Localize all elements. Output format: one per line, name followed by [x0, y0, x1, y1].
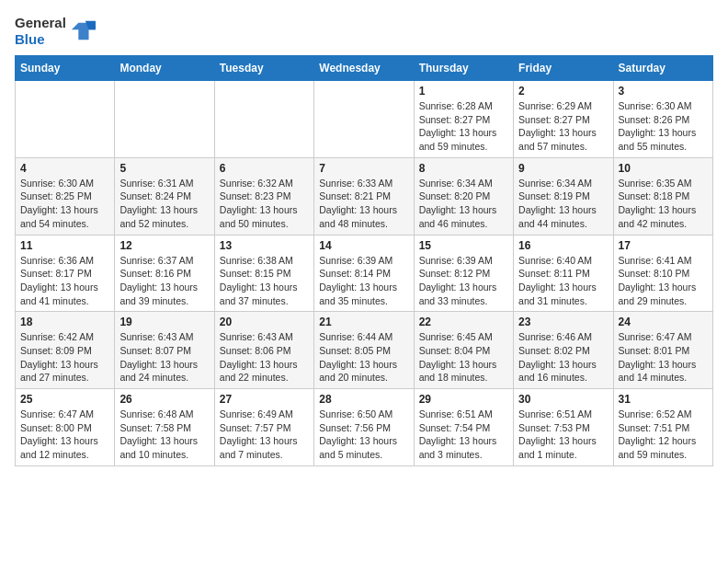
- day-number: 13: [220, 239, 309, 252]
- day-info: Sunrise: 6:48 AM Sunset: 7:58 PM Dayligh…: [119, 408, 209, 462]
- day-info: Sunrise: 6:43 AM Sunset: 8:06 PM Dayligh…: [220, 330, 309, 385]
- calendar-cell: 2Sunrise: 6:29 AM Sunset: 8:27 PM Daylig…: [514, 81, 613, 158]
- day-info: Sunrise: 6:39 AM Sunset: 8:14 PM Dayligh…: [319, 254, 408, 308]
- day-info: Sunrise: 6:28 AM Sunset: 8:27 PM Dayligh…: [419, 99, 508, 154]
- day-info: Sunrise: 6:29 AM Sunset: 8:27 PM Dayligh…: [518, 99, 608, 154]
- day-number: 6: [220, 162, 309, 175]
- day-info: Sunrise: 6:40 AM Sunset: 8:11 PM Dayligh…: [518, 254, 608, 308]
- calendar-cell: 14Sunrise: 6:39 AM Sunset: 8:14 PM Dayli…: [314, 235, 414, 312]
- day-number: 30: [518, 393, 608, 406]
- day-number: 1: [419, 85, 508, 98]
- weekday-header-friday: Friday: [514, 56, 613, 81]
- logo-general: General: [15, 15, 66, 30]
- calendar-cell: 15Sunrise: 6:39 AM Sunset: 8:12 PM Dayli…: [414, 235, 513, 312]
- page-header: General Blue: [15, 15, 713, 48]
- calendar-week-row: 25Sunrise: 6:47 AM Sunset: 8:00 PM Dayli…: [16, 389, 713, 466]
- calendar-cell: 24Sunrise: 6:47 AM Sunset: 8:01 PM Dayli…: [613, 312, 712, 389]
- calendar-week-row: 18Sunrise: 6:42 AM Sunset: 8:09 PM Dayli…: [16, 312, 713, 389]
- calendar-cell: 8Sunrise: 6:34 AM Sunset: 8:20 PM Daylig…: [414, 157, 513, 235]
- day-info: Sunrise: 6:47 AM Sunset: 8:01 PM Dayligh…: [619, 330, 708, 385]
- calendar-cell: 31Sunrise: 6:52 AM Sunset: 7:51 PM Dayli…: [613, 389, 712, 466]
- day-number: 28: [319, 393, 408, 406]
- calendar-cell: 4Sunrise: 6:30 AM Sunset: 8:25 PM Daylig…: [16, 157, 115, 235]
- calendar-cell: 26Sunrise: 6:48 AM Sunset: 7:58 PM Dayli…: [115, 389, 214, 466]
- day-info: Sunrise: 6:30 AM Sunset: 8:25 PM Dayligh…: [20, 177, 109, 231]
- day-info: Sunrise: 6:47 AM Sunset: 8:00 PM Dayligh…: [20, 408, 109, 462]
- calendar-cell: 17Sunrise: 6:41 AM Sunset: 8:10 PM Dayli…: [613, 235, 712, 312]
- day-info: Sunrise: 6:38 AM Sunset: 8:15 PM Dayligh…: [220, 254, 309, 308]
- day-info: Sunrise: 6:51 AM Sunset: 7:54 PM Dayligh…: [419, 408, 508, 462]
- calendar-cell: 19Sunrise: 6:43 AM Sunset: 8:07 PM Dayli…: [115, 312, 214, 389]
- day-info: Sunrise: 6:36 AM Sunset: 8:17 PM Dayligh…: [20, 254, 109, 308]
- calendar-cell: 16Sunrise: 6:40 AM Sunset: 8:11 PM Dayli…: [514, 235, 613, 312]
- day-info: Sunrise: 6:35 AM Sunset: 8:18 PM Dayligh…: [619, 177, 708, 231]
- logo-blue: Blue: [15, 31, 45, 47]
- day-number: 26: [119, 393, 209, 406]
- day-number: 27: [220, 393, 309, 406]
- weekday-header-saturday: Saturday: [613, 56, 712, 81]
- logo-text: General Blue: [15, 15, 66, 48]
- weekday-header-monday: Monday: [115, 56, 214, 81]
- day-number: 15: [419, 239, 508, 252]
- day-number: 9: [518, 162, 608, 175]
- day-info: Sunrise: 6:51 AM Sunset: 7:53 PM Dayligh…: [518, 408, 608, 462]
- day-number: 24: [619, 316, 708, 328]
- day-number: 3: [619, 85, 708, 98]
- day-number: 19: [119, 316, 209, 328]
- day-number: 12: [119, 239, 209, 252]
- calendar-cell: [314, 81, 414, 158]
- day-info: Sunrise: 6:34 AM Sunset: 8:20 PM Dayligh…: [419, 177, 508, 231]
- calendar-cell: 10Sunrise: 6:35 AM Sunset: 8:18 PM Dayli…: [613, 157, 712, 235]
- day-number: 31: [619, 393, 708, 406]
- calendar-cell: 30Sunrise: 6:51 AM Sunset: 7:53 PM Dayli…: [514, 389, 613, 466]
- weekday-header-row: SundayMondayTuesdayWednesdayThursdayFrid…: [16, 56, 713, 81]
- day-info: Sunrise: 6:37 AM Sunset: 8:16 PM Dayligh…: [119, 254, 209, 308]
- calendar-week-row: 4Sunrise: 6:30 AM Sunset: 8:25 PM Daylig…: [16, 157, 713, 235]
- weekday-header-thursday: Thursday: [414, 56, 513, 81]
- calendar-cell: 9Sunrise: 6:34 AM Sunset: 8:19 PM Daylig…: [514, 157, 613, 235]
- calendar-week-row: 1Sunrise: 6:28 AM Sunset: 8:27 PM Daylig…: [16, 81, 713, 158]
- weekday-header-tuesday: Tuesday: [214, 56, 313, 81]
- calendar-cell: 20Sunrise: 6:43 AM Sunset: 8:06 PM Dayli…: [214, 312, 313, 389]
- day-number: 8: [419, 162, 508, 175]
- day-number: 2: [518, 85, 608, 98]
- calendar-cell: 7Sunrise: 6:33 AM Sunset: 8:21 PM Daylig…: [314, 157, 414, 235]
- calendar-cell: 13Sunrise: 6:38 AM Sunset: 8:15 PM Dayli…: [214, 235, 313, 312]
- day-info: Sunrise: 6:52 AM Sunset: 7:51 PM Dayligh…: [619, 408, 708, 462]
- calendar-cell: [214, 81, 313, 158]
- calendar-cell: 5Sunrise: 6:31 AM Sunset: 8:24 PM Daylig…: [115, 157, 214, 235]
- day-number: 20: [220, 316, 309, 328]
- day-info: Sunrise: 6:44 AM Sunset: 8:05 PM Dayligh…: [319, 330, 408, 385]
- day-info: Sunrise: 6:50 AM Sunset: 7:56 PM Dayligh…: [319, 408, 408, 462]
- day-info: Sunrise: 6:33 AM Sunset: 8:21 PM Dayligh…: [319, 177, 408, 231]
- calendar-cell: 3Sunrise: 6:30 AM Sunset: 8:26 PM Daylig…: [613, 81, 712, 158]
- day-number: 25: [20, 393, 109, 406]
- calendar-cell: [115, 81, 214, 158]
- calendar-table: SundayMondayTuesdayWednesdayThursdayFrid…: [15, 55, 713, 466]
- calendar-cell: 11Sunrise: 6:36 AM Sunset: 8:17 PM Dayli…: [16, 235, 115, 312]
- day-info: Sunrise: 6:30 AM Sunset: 8:26 PM Dayligh…: [619, 99, 708, 154]
- day-number: 17: [619, 239, 708, 252]
- calendar-cell: 12Sunrise: 6:37 AM Sunset: 8:16 PM Dayli…: [115, 235, 214, 312]
- day-info: Sunrise: 6:31 AM Sunset: 8:24 PM Dayligh…: [119, 177, 209, 231]
- day-number: 14: [319, 239, 408, 252]
- calendar-week-row: 11Sunrise: 6:36 AM Sunset: 8:17 PM Dayli…: [16, 235, 713, 312]
- calendar-cell: 29Sunrise: 6:51 AM Sunset: 7:54 PM Dayli…: [414, 389, 513, 466]
- calendar-cell: [16, 81, 115, 158]
- day-info: Sunrise: 6:42 AM Sunset: 8:09 PM Dayligh…: [20, 330, 109, 385]
- day-number: 4: [20, 162, 109, 175]
- day-info: Sunrise: 6:41 AM Sunset: 8:10 PM Dayligh…: [619, 254, 708, 308]
- weekday-header-wednesday: Wednesday: [314, 56, 414, 81]
- calendar-cell: 1Sunrise: 6:28 AM Sunset: 8:27 PM Daylig…: [414, 81, 513, 158]
- day-info: Sunrise: 6:46 AM Sunset: 8:02 PM Dayligh…: [518, 330, 608, 385]
- day-number: 18: [20, 316, 109, 328]
- day-info: Sunrise: 6:39 AM Sunset: 8:12 PM Dayligh…: [419, 254, 508, 308]
- day-number: 5: [119, 162, 209, 175]
- day-number: 23: [518, 316, 608, 328]
- day-info: Sunrise: 6:32 AM Sunset: 8:23 PM Dayligh…: [220, 177, 309, 231]
- calendar-cell: 25Sunrise: 6:47 AM Sunset: 8:00 PM Dayli…: [16, 389, 115, 466]
- day-number: 10: [619, 162, 708, 175]
- day-number: 7: [319, 162, 408, 175]
- day-info: Sunrise: 6:49 AM Sunset: 7:57 PM Dayligh…: [220, 408, 309, 462]
- day-number: 21: [319, 316, 408, 328]
